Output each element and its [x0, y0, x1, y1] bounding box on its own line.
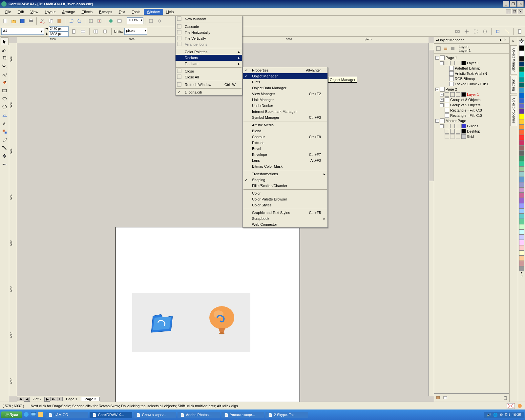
color-swatch[interactable] [519, 67, 524, 72]
snap4-button[interactable] [494, 28, 502, 35]
ql-ie-icon[interactable] [23, 411, 30, 418]
menu-item-color-styles[interactable]: Color Styles [243, 202, 327, 208]
next-page-button[interactable]: ▶ [44, 397, 50, 402]
color-swatch[interactable] [519, 93, 524, 98]
docker-close-button[interactable]: ✕ [503, 38, 507, 42]
menu-item-bitmap-color-mask[interactable]: Bitmap Color Mask [243, 163, 327, 169]
menu-view[interactable]: View [27, 9, 42, 15]
system-tray[interactable]: 🔊 🌐 ⚙ RU 16:35 [484, 412, 524, 418]
color-swatch[interactable] [519, 40, 524, 46]
color-swatch[interactable] [519, 177, 524, 182]
menu-effects[interactable]: Effects [78, 9, 96, 15]
color-swatch[interactable] [519, 172, 524, 177]
shape-tool[interactable] [1, 46, 9, 53]
color-swatch[interactable] [519, 156, 524, 161]
menu-item-toolbars[interactable]: Toolbars▸ [176, 61, 242, 67]
menu-item-blend[interactable]: Blend [243, 128, 327, 134]
export-button[interactable] [95, 17, 103, 25]
color-swatch[interactable] [519, 77, 524, 82]
color-swatch[interactable] [519, 151, 524, 156]
mdi-max[interactable]: ❐ [512, 10, 517, 14]
shapes-tool[interactable] [1, 111, 9, 119]
paper-size-combo[interactable]: A4 [1, 28, 44, 35]
tray-icon[interactable]: ⚙ [500, 413, 503, 417]
paste-button[interactable] [55, 17, 63, 25]
page-tab-1[interactable]: Page 1 [62, 397, 81, 401]
menu-text[interactable]: Text [116, 9, 129, 15]
menu-layout[interactable]: Layout [41, 9, 59, 15]
color-swatch[interactable] [519, 166, 524, 172]
minimize-button[interactable]: _ [503, 1, 509, 7]
menu-item-lens[interactable]: LensAlt+F3 [243, 158, 327, 163]
tree-item[interactable]: −Page 2 [435, 87, 508, 92]
rectangle-tool[interactable] [1, 87, 9, 94]
redo-button[interactable] [75, 17, 83, 25]
menu-item-bevel[interactable]: Bevel [243, 146, 327, 152]
menu-item-hints[interactable]: Hints [243, 79, 327, 85]
tree-item[interactable]: −Page 1 [435, 55, 508, 60]
tree-item[interactable]: Locked Curve - Fill: C [435, 81, 508, 87]
menu-item-close-all[interactable]: Close All [176, 74, 242, 80]
layer-mgr-button[interactable] [450, 45, 456, 52]
menu-item-color-palette-browser[interactable]: Color Palette Browser [243, 196, 327, 202]
menu-item-color[interactable]: Color [243, 190, 327, 196]
color-swatch[interactable] [519, 61, 524, 67]
new-button[interactable] [1, 17, 9, 25]
color-swatch[interactable] [519, 198, 524, 203]
eyedropper-tool[interactable] [1, 136, 9, 144]
color-swatch[interactable] [519, 98, 524, 103]
docker-tab-shaping[interactable]: Shaping [510, 76, 517, 94]
menu-window[interactable]: Window [144, 9, 163, 15]
menu-item-shaping[interactable]: ✓Shaping [243, 177, 327, 183]
menu-item-fillet-scallop-chamfer[interactable]: Fillet/Scallop/Chamfer [243, 183, 327, 189]
fill-indicator-icon[interactable] [507, 403, 514, 409]
palette-expand-button[interactable]: ◂ [521, 274, 522, 277]
freehand-tool[interactable] [1, 70, 9, 78]
undo-button[interactable] [67, 17, 75, 25]
color-swatch[interactable] [519, 208, 524, 214]
menu-item-internet-bookmark-manager[interactable]: Internet Bookmark Manager [243, 109, 327, 115]
docker-tab-object-manager[interactable]: Object Manager [510, 45, 517, 74]
menu-item-contour[interactable]: ContourCtrl+F9 [243, 134, 327, 140]
tray-icon[interactable]: 🔊 [487, 413, 491, 417]
menu-item-object-manager[interactable]: ✓Object Manager [243, 73, 327, 79]
maximize-button[interactable]: ❐ [510, 1, 516, 7]
docker-tab-collapse-icon[interactable]: ▸ [510, 37, 517, 44]
menu-item-new-window[interactable]: New Window [176, 16, 242, 22]
snap3-button[interactable] [481, 28, 489, 35]
fill-tool[interactable] [1, 152, 9, 160]
save-button[interactable] [18, 17, 26, 25]
taskbar-item[interactable]: 📄Увлажняющи... [221, 412, 264, 418]
menu-item-properties[interactable]: ✓PropertiesAlt+Enter [243, 67, 327, 73]
menu-item-scrapbook[interactable]: Scrapbook▸ [243, 216, 327, 221]
color-swatch[interactable] [519, 114, 524, 119]
menu-item-link-manager[interactable]: Link Manager [243, 97, 327, 103]
app-launcher-button[interactable] [107, 17, 115, 25]
show-props-button[interactable] [435, 45, 442, 52]
tree-item[interactable]: +Group of 5 Objects [435, 102, 508, 108]
menu-tools[interactable]: Tools [129, 9, 144, 15]
color-swatch[interactable] [519, 219, 524, 224]
color-swatch[interactable] [519, 245, 524, 250]
ql-desktop-icon[interactable] [31, 411, 37, 418]
color-swatch[interactable] [519, 266, 524, 271]
edit-layers-button[interactable] [442, 45, 449, 52]
menu-item-artistic-media[interactable]: Artistic Media [243, 122, 327, 128]
snap-button[interactable] [147, 17, 155, 25]
start-button[interactable]: ⊞Пуск [1, 411, 22, 418]
color-swatch[interactable] [519, 135, 524, 140]
ruler-vertical[interactable]: 55005000450040003500300025002000 [9, 43, 17, 396]
outline-tool[interactable] [1, 144, 9, 152]
menu-item-web-connector[interactable]: Web Connector [243, 221, 327, 227]
docker-menu-button[interactable]: ▴ [498, 38, 503, 42]
tree-item[interactable]: Paletted Bitmap [435, 66, 508, 71]
new-layer-button[interactable] [435, 394, 441, 401]
units-combo[interactable]: pixels [124, 28, 147, 35]
tree-item[interactable]: Grid [435, 134, 508, 139]
canvas[interactable] [17, 43, 429, 396]
color-swatch[interactable] [519, 224, 524, 229]
copy-button[interactable] [47, 17, 55, 25]
pages-button[interactable] [92, 28, 100, 35]
taskbar-item[interactable]: 📄2 Skype. Tak... [265, 412, 308, 418]
color-swatch[interactable] [519, 46, 524, 51]
